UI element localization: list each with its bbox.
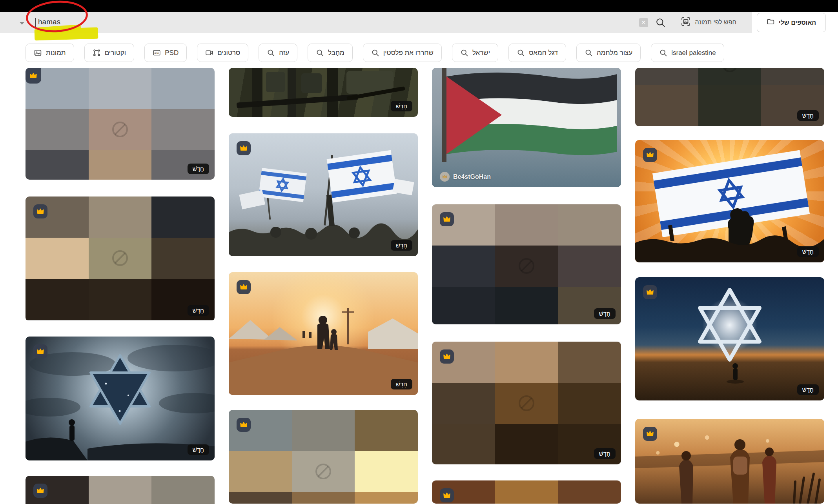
blocked-content-icon xyxy=(519,258,534,274)
blocked-content-icon xyxy=(112,250,128,266)
new-badge: חָדָשׁ xyxy=(391,240,412,251)
tile-palette-tile-2[interactable]: חָדָשׁ xyxy=(26,197,215,321)
filter-chip-hamas-flag[interactable]: דגל חמאס xyxy=(508,44,566,62)
palette-cell xyxy=(89,476,152,504)
filter-chip-israel[interactable]: ישראל xyxy=(452,44,498,62)
color-palette-placeholder xyxy=(432,342,621,464)
filter-chip-psd[interactable]: PSDPSD xyxy=(144,44,187,62)
premium-crown-badge xyxy=(33,484,47,498)
my-collections-button[interactable]: האוספים שלי xyxy=(757,13,826,32)
palette-cell xyxy=(495,424,558,464)
tile-palette-tile-3[interactable] xyxy=(26,476,215,504)
palette-cell xyxy=(558,383,621,424)
collections-zone: האוספים שלי xyxy=(752,12,838,33)
filter-chip-stop-war[interactable]: עצור מלחמה xyxy=(576,44,641,62)
results-grid: חָדָשׁחָדָשׁחָדָשׁחָדָשׁחָדָשׁחָדָשׁBe4s… xyxy=(0,68,838,504)
new-badge: חָדָשׁ xyxy=(188,305,209,316)
palette-cell xyxy=(151,197,215,238)
search-icon xyxy=(659,49,667,57)
color-palette-placeholder xyxy=(432,480,621,504)
palette-cell xyxy=(355,492,418,504)
search-input[interactable]: hamas xyxy=(38,18,60,26)
search-icon xyxy=(585,49,593,57)
filter-chip-label: ישראל xyxy=(472,49,490,57)
palette-cell xyxy=(432,424,495,464)
browser-chrome-strip xyxy=(0,0,838,12)
premium-crown-badge xyxy=(237,280,251,294)
premium-crown-badge xyxy=(440,212,454,226)
palette-cell xyxy=(229,492,292,504)
premium-crown-badge xyxy=(237,141,251,155)
filter-chip-israel-palestine[interactable]: israel palestine xyxy=(651,44,724,62)
blocked-content-icon xyxy=(519,395,534,411)
clear-search-button[interactable]: ✕ xyxy=(639,18,648,27)
tile-palette-tile-4[interactable] xyxy=(229,410,418,504)
tile-palette-tile-7[interactable] xyxy=(432,480,621,504)
photo-israel-flags-crowd xyxy=(229,133,418,256)
tile-photo-israel-flag-fist[interactable]: חָדָשׁ xyxy=(635,140,824,262)
filter-chip-label: דגל חמאס xyxy=(529,49,558,57)
chevron-down-icon[interactable] xyxy=(20,22,24,25)
new-badge: חָדָשׁ xyxy=(188,444,209,455)
blocked-content-icon xyxy=(112,122,128,137)
palette-cell xyxy=(432,246,495,287)
photo-palestine-flag-coast xyxy=(432,68,621,187)
filter-chip-label: israel palestine xyxy=(671,49,716,57)
palette-cell xyxy=(558,246,621,287)
new-badge: חָדָשׁ xyxy=(594,448,616,459)
palette-cell xyxy=(432,287,495,324)
palette-cell xyxy=(292,492,355,504)
tile-photo-military-soldier[interactable]: חָדָשׁ xyxy=(229,68,418,117)
palette-cell xyxy=(558,204,621,246)
tile-photo-father-child-camp[interactable]: חָדָשׁ xyxy=(229,272,418,395)
tile-photo-star-of-david-clouds[interactable]: חָדָשׁ xyxy=(26,337,215,460)
palette-cell xyxy=(355,410,418,451)
premium-crown-badge xyxy=(237,418,251,432)
color-palette-placeholder xyxy=(26,197,215,320)
filter-chip-videos[interactable]: סרטונים xyxy=(197,44,248,62)
tile-palette-tile-1[interactable]: חָדָשׁ xyxy=(26,68,215,180)
new-badge: חָדָשׁ xyxy=(391,379,412,389)
photo-israel-flag-fist xyxy=(635,140,824,262)
filter-chip-label: שחררו את פלסטין xyxy=(383,49,434,57)
photo-military-soldier xyxy=(229,68,418,117)
tile-palette-tile-5[interactable]: חָדָשׁ xyxy=(432,204,621,324)
filter-chip-label: תמונות xyxy=(46,49,66,57)
search-bar[interactable]: hamas ✕ xyxy=(0,12,752,33)
palette-cell xyxy=(355,451,418,492)
filter-chip-gaza[interactable]: עזה xyxy=(259,44,297,62)
avatar[interactable] xyxy=(440,172,450,182)
palette-cell xyxy=(151,238,215,279)
new-badge: חָדָשׁ xyxy=(797,246,819,257)
tile-photo-israel-flags-crowd[interactable]: חָדָשׁ xyxy=(229,133,418,256)
search-icon xyxy=(460,49,468,57)
author-name: Be4stGoHan xyxy=(453,173,491,180)
filter-chip-vectors[interactable]: וקטורים xyxy=(84,44,135,62)
blocked-content-icon xyxy=(315,464,331,479)
filter-chip-terrorist[interactable]: מְחַבֵּל xyxy=(308,44,353,62)
tile-photo-palestine-flag-coast[interactable]: Be4stGoHan xyxy=(432,68,621,187)
author-attribution[interactable]: Be4stGoHan xyxy=(440,172,491,182)
filter-chip-images[interactable]: תמונות xyxy=(26,44,74,62)
grid-column-4: חָדָשׁחָדָשׁחָדָשׁ xyxy=(635,68,824,504)
palette-cell xyxy=(26,109,89,150)
tile-palette-tile-8[interactable]: חָדָשׁ xyxy=(635,68,824,126)
photo-father-child-camp xyxy=(229,272,418,395)
tile-photo-family-sunset-city[interactable] xyxy=(635,419,824,504)
filter-chip-free-palestine[interactable]: שחררו את פלסטין xyxy=(363,44,442,62)
tile-photo-star-of-david-desert[interactable]: חָדָשׁ xyxy=(635,277,824,400)
palette-cell xyxy=(229,451,292,492)
filter-chip-label: וקטורים xyxy=(105,49,126,57)
palette-cell xyxy=(558,480,621,504)
search-icon xyxy=(371,49,379,57)
palette-cell xyxy=(495,342,558,383)
new-badge: חָדָשׁ xyxy=(594,308,616,319)
tile-palette-tile-6[interactable]: חָדָשׁ xyxy=(432,342,621,464)
palette-cell xyxy=(292,410,355,451)
search-icon[interactable] xyxy=(655,17,666,28)
premium-crown-badge xyxy=(643,148,657,162)
palette-cell xyxy=(495,287,558,324)
filter-chip-label: סרטונים xyxy=(217,49,240,57)
search-by-image-button[interactable]: חפש לפי תמונה xyxy=(680,16,737,29)
search-by-image-label: חפש לפי תמונה xyxy=(695,19,737,26)
